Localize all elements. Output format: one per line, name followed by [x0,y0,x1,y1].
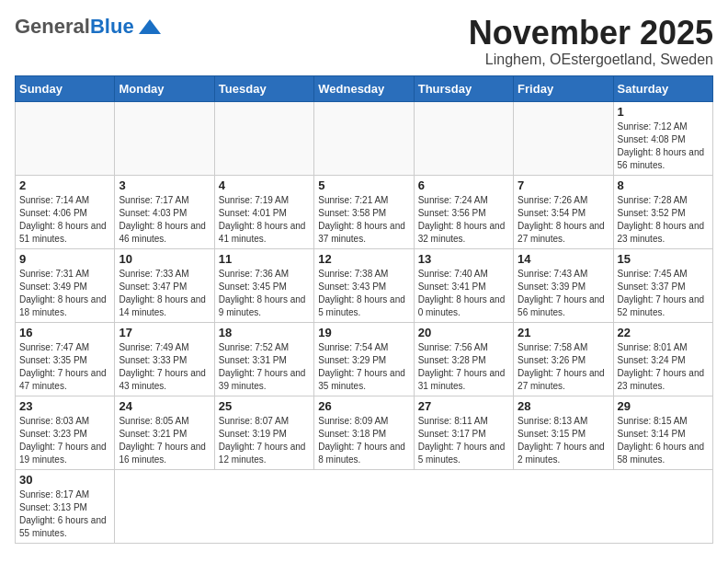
day-number: 6 [418,178,509,192]
col-saturday: Saturday [613,75,712,101]
day-number: 30 [19,473,110,487]
table-row: 18Sunrise: 7:52 AMSunset: 3:31 PMDayligh… [214,322,313,396]
table-row: 20Sunrise: 7:56 AMSunset: 3:28 PMDayligh… [414,322,513,396]
day-number: 3 [119,178,210,192]
day-number: 24 [119,399,210,413]
calendar-table: Sunday Monday Tuesday Wednesday Thursday… [15,75,713,544]
day-info: Sunrise: 8:09 AMSunset: 3:18 PMDaylight:… [318,415,409,466]
day-number: 28 [518,399,609,413]
day-info: Sunrise: 7:28 AMSunset: 3:52 PMDaylight:… [618,194,709,246]
table-row: 1Sunrise: 7:12 AMSunset: 4:08 PMDaylight… [613,101,712,175]
table-row: 25Sunrise: 8:07 AMSunset: 3:19 PMDayligh… [214,396,313,469]
day-info: Sunrise: 7:38 AMSunset: 3:43 PMDaylight:… [318,268,409,319]
table-row: 17Sunrise: 7:49 AMSunset: 3:33 PMDayligh… [115,322,214,396]
table-row: 16Sunrise: 7:47 AMSunset: 3:35 PMDayligh… [16,322,115,396]
calendar-week-row: 9Sunrise: 7:31 AMSunset: 3:49 PMDaylight… [16,248,713,322]
table-row: 21Sunrise: 7:58 AMSunset: 3:26 PMDayligh… [514,322,613,396]
day-number: 14 [518,252,609,266]
day-info: Sunrise: 7:31 AMSunset: 3:49 PMDaylight:… [19,268,110,319]
day-info: Sunrise: 8:11 AMSunset: 3:17 PMDaylight:… [418,415,509,466]
table-row: 3Sunrise: 7:17 AMSunset: 4:03 PMDaylight… [115,175,214,248]
day-info: Sunrise: 7:49 AMSunset: 3:33 PMDaylight:… [119,341,210,393]
day-number: 18 [219,326,310,339]
day-number: 21 [518,326,609,339]
table-row: 9Sunrise: 7:31 AMSunset: 3:49 PMDaylight… [16,248,115,322]
table-row: 14Sunrise: 7:43 AMSunset: 3:39 PMDayligh… [514,248,613,322]
table-row [414,101,513,175]
table-row: 15Sunrise: 7:45 AMSunset: 3:37 PMDayligh… [613,248,712,322]
table-row: 5Sunrise: 7:21 AMSunset: 3:58 PMDaylight… [314,175,414,248]
table-row: 11Sunrise: 7:36 AMSunset: 3:45 PMDayligh… [214,248,313,322]
table-row: 10Sunrise: 7:33 AMSunset: 3:47 PMDayligh… [115,248,214,322]
table-row: 8Sunrise: 7:28 AMSunset: 3:52 PMDaylight… [613,175,712,248]
table-row: 24Sunrise: 8:05 AMSunset: 3:21 PMDayligh… [115,396,214,469]
day-info: Sunrise: 7:21 AMSunset: 3:58 PMDaylight:… [318,194,409,246]
table-row: 19Sunrise: 7:54 AMSunset: 3:29 PMDayligh… [314,322,414,396]
table-row: 30Sunrise: 8:17 AMSunset: 3:13 PMDayligh… [16,469,115,543]
day-number: 4 [219,178,310,192]
calendar-week-row: 1Sunrise: 7:12 AMSunset: 4:08 PMDaylight… [16,101,713,175]
day-info: Sunrise: 7:58 AMSunset: 3:26 PMDaylight:… [518,341,609,393]
day-number: 11 [219,252,310,266]
location-title: Linghem, OEstergoetland, Sweden [469,52,713,68]
day-number: 22 [618,326,709,339]
calendar-week-row: 16Sunrise: 7:47 AMSunset: 3:35 PMDayligh… [16,322,713,396]
day-info: Sunrise: 7:19 AMSunset: 4:01 PMDaylight:… [219,194,310,246]
table-row [16,101,115,175]
day-info: Sunrise: 8:01 AMSunset: 3:24 PMDaylight:… [618,341,709,393]
calendar-header-row: Sunday Monday Tuesday Wednesday Thursday… [16,75,713,101]
table-row: 13Sunrise: 7:40 AMSunset: 3:41 PMDayligh… [414,248,513,322]
day-number: 26 [318,399,409,413]
day-info: Sunrise: 7:17 AMSunset: 4:03 PMDaylight:… [119,194,210,246]
col-tuesday: Tuesday [214,75,313,101]
table-row: 12Sunrise: 7:38 AMSunset: 3:43 PMDayligh… [314,248,414,322]
day-info: Sunrise: 8:07 AMSunset: 3:19 PMDaylight:… [219,415,310,466]
day-info: Sunrise: 8:05 AMSunset: 3:21 PMDaylight:… [119,415,210,466]
table-row: 27Sunrise: 8:11 AMSunset: 3:17 PMDayligh… [414,396,513,469]
day-number: 27 [418,399,509,413]
day-number: 10 [119,252,210,266]
logo-blue-text: Blue [90,15,134,39]
day-info: Sunrise: 7:54 AMSunset: 3:29 PMDaylight:… [318,341,409,393]
day-info: Sunrise: 8:15 AMSunset: 3:14 PMDaylight:… [618,415,709,466]
calendar-week-row: 23Sunrise: 8:03 AMSunset: 3:23 PMDayligh… [16,396,713,469]
day-number: 5 [318,178,409,192]
day-number: 2 [19,178,110,192]
day-number: 29 [618,399,709,413]
day-number: 23 [19,399,110,413]
day-info: Sunrise: 7:36 AMSunset: 3:45 PMDaylight:… [219,268,310,319]
day-number: 19 [318,326,409,339]
day-number: 16 [19,326,110,339]
title-area: November 2025 Linghem, OEstergoetland, S… [469,15,713,68]
day-info: Sunrise: 7:14 AMSunset: 4:06 PMDaylight:… [19,194,110,246]
day-info: Sunrise: 7:56 AMSunset: 3:28 PMDaylight:… [418,341,509,393]
day-info: Sunrise: 7:12 AMSunset: 4:08 PMDaylight:… [618,121,709,172]
table-row [214,101,313,175]
day-number: 20 [418,326,509,339]
table-row [314,101,414,175]
day-info: Sunrise: 8:13 AMSunset: 3:15 PMDaylight:… [518,415,609,466]
day-info: Sunrise: 7:33 AMSunset: 3:47 PMDaylight:… [119,268,210,319]
calendar-week-row: 2Sunrise: 7:14 AMSunset: 4:06 PMDaylight… [16,175,713,248]
table-row: 2Sunrise: 7:14 AMSunset: 4:06 PMDaylight… [16,175,115,248]
day-number: 8 [618,178,709,192]
table-row: 28Sunrise: 8:13 AMSunset: 3:15 PMDayligh… [514,396,613,469]
day-info: Sunrise: 7:47 AMSunset: 3:35 PMDaylight:… [19,341,110,393]
table-row: 23Sunrise: 8:03 AMSunset: 3:23 PMDayligh… [16,396,115,469]
calendar-week-row: 30Sunrise: 8:17 AMSunset: 3:13 PMDayligh… [16,469,713,543]
logo-icon [137,17,163,36]
col-friday: Friday [514,75,613,101]
logo-general-text: General [15,15,90,39]
table-row [514,101,613,175]
day-number: 1 [618,105,709,119]
day-number: 15 [618,252,709,266]
day-info: Sunrise: 7:52 AMSunset: 3:31 PMDaylight:… [219,341,310,393]
table-row: 7Sunrise: 7:26 AMSunset: 3:54 PMDaylight… [514,175,613,248]
day-info: Sunrise: 7:24 AMSunset: 3:56 PMDaylight:… [418,194,509,246]
day-number: 9 [19,252,110,266]
day-number: 7 [518,178,609,192]
day-info: Sunrise: 7:26 AMSunset: 3:54 PMDaylight:… [518,194,609,246]
col-monday: Monday [115,75,214,101]
day-info: Sunrise: 7:43 AMSunset: 3:39 PMDaylight:… [518,268,609,319]
day-info: Sunrise: 7:40 AMSunset: 3:41 PMDaylight:… [418,268,509,319]
